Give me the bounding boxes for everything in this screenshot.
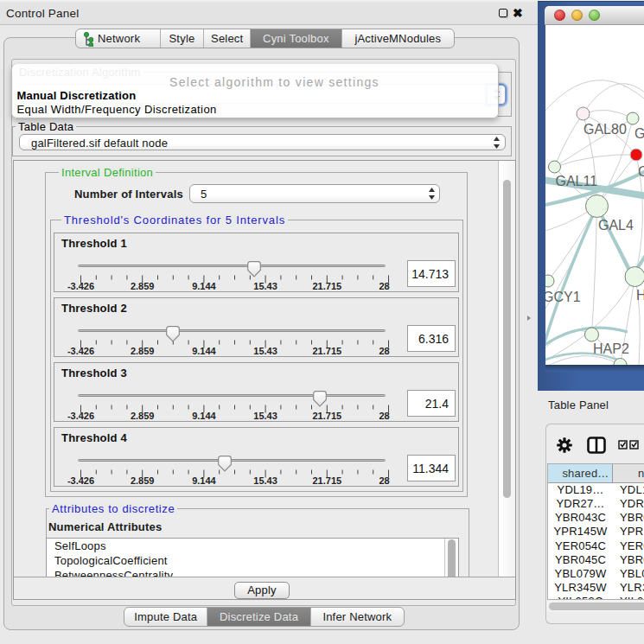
svg-text:GA: GA [634, 126, 644, 141]
svg-text:GAL80: GAL80 [583, 122, 627, 137]
svg-text:GCY1: GCY1 [545, 290, 581, 304]
svg-text:H: H [636, 288, 644, 303]
svg-text:HAP2: HAP2 [593, 341, 629, 356]
svg-text:GAL11: GAL11 [556, 174, 598, 188]
svg-text:GAL4: GAL4 [598, 218, 634, 233]
svg-text:C: C [638, 164, 644, 179]
